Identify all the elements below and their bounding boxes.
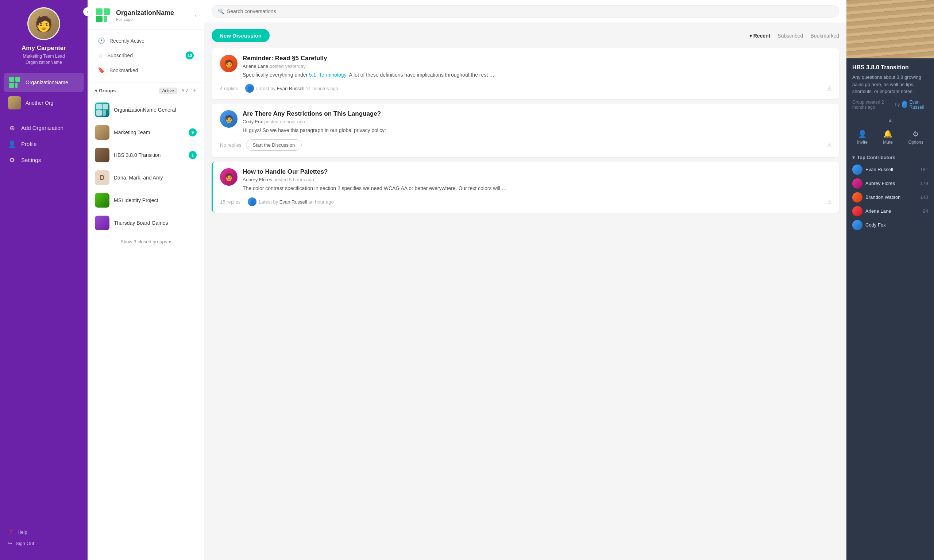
disc-link-1[interactable]: 5.1: Terminology bbox=[309, 72, 346, 78]
chevron-contributors-icon: ▾ bbox=[852, 155, 855, 160]
contributors-section: ▾ Top Contributors Evan Russell 181 Aubr… bbox=[846, 150, 934, 238]
mute-icon: 🔔 bbox=[883, 129, 892, 138]
group-image bbox=[846, 0, 934, 58]
group-item-thursday[interactable]: Thursday Board Games bbox=[91, 212, 201, 234]
nav-bookmarked[interactable]: 🔖 Bookmarked bbox=[94, 63, 198, 77]
left-sidebar: ‹ 🧑 Amy Carpenter Marketing Team Lead Or… bbox=[0, 0, 88, 560]
disc-excerpt-2: Hi guys! So we have this paragraph in ou… bbox=[243, 126, 832, 134]
mute-action[interactable]: 🔔 Mute bbox=[883, 129, 893, 145]
search-input[interactable] bbox=[227, 8, 833, 14]
nav-links: 🕐 Recently Active ☆ Subscribed 10 🔖 Book… bbox=[88, 29, 204, 82]
invite-action[interactable]: 👤 Invite bbox=[857, 129, 868, 145]
left-nav: ⊕ Add Organization 👤 Profile ⚙ Settings bbox=[0, 117, 88, 169]
group-name-dana: Dana, Mark, and Amy bbox=[114, 175, 163, 181]
group-created: Group created 2 months ago by Evan Russe… bbox=[852, 100, 928, 110]
contrib-avatar-1 bbox=[852, 178, 863, 189]
nav-recently-active[interactable]: 🕐 Recently Active bbox=[94, 34, 198, 48]
org-item-org1[interactable]: OrganizationName bbox=[4, 73, 84, 92]
disc-latest-3: 👤 Latest by Evan Russell an hour ago bbox=[248, 197, 334, 206]
disc-latest-text-1: Latest by Evan Russell 11 minutes ago bbox=[256, 86, 338, 91]
invite-icon: 👤 bbox=[858, 129, 867, 138]
tab-subscribed[interactable]: Subscribed bbox=[777, 31, 803, 40]
org-item-org2[interactable]: Another Org bbox=[4, 93, 84, 112]
groups-header: ▾ Groups Active A-Z + bbox=[88, 82, 204, 97]
contrib-name-2: Brandon Watson bbox=[865, 194, 917, 200]
disc-latest-1: 👤 Latest by Evan Russell 11 minutes ago bbox=[245, 84, 338, 93]
contrib-avatar-4 bbox=[852, 220, 863, 230]
disc-body-1: Reminder: Read §5 Carefully Arlene Lane … bbox=[243, 55, 832, 79]
group-item-dana[interactable]: D Dana, Mark, and Amy bbox=[91, 167, 201, 189]
creator-name: Evan Russell bbox=[909, 100, 928, 110]
disc-reply-count-3: 15 replies bbox=[220, 199, 240, 205]
nav-subscribed[interactable]: ☆ Subscribed 10 bbox=[94, 48, 198, 63]
options-label: Options bbox=[908, 140, 923, 145]
footer-help[interactable]: ❓ Help bbox=[4, 526, 84, 538]
group-item-marketing[interactable]: Marketing Team 9 bbox=[91, 122, 201, 143]
group-info-title: HBS 3.8.0 Transition bbox=[852, 64, 928, 71]
discussion-card-3[interactable]: 🧑 How to Handle Our Palettes? Aubrey Flo… bbox=[212, 162, 839, 213]
discussion-card-1[interactable]: 🧑 Reminder: Read §5 Carefully Arlene Lan… bbox=[212, 48, 839, 99]
signout-icon: ↪ bbox=[8, 541, 12, 546]
help-icon: ❓ bbox=[8, 529, 14, 535]
org1-name: OrganizationName bbox=[26, 80, 68, 85]
marketing-badge: 9 bbox=[189, 128, 197, 137]
contrib-count-1: 179 bbox=[920, 181, 928, 186]
disc-author-3: Aubrey Flores bbox=[243, 177, 272, 182]
search-box[interactable]: 🔍 bbox=[212, 5, 839, 17]
group-name-thursday: Thursday Board Games bbox=[114, 220, 168, 226]
group-item-msi[interactable]: MSI Identity Project bbox=[91, 189, 201, 211]
groups-label: ▾ Groups bbox=[95, 88, 115, 93]
contributor-row-4: Cody Fox bbox=[852, 220, 928, 230]
nav-add-organization[interactable]: ⊕ Add Organization bbox=[4, 120, 84, 136]
group-info-desc: Any questions about 3.8 growing pains go… bbox=[852, 74, 928, 95]
disc-time-1: posted yesterday bbox=[269, 63, 306, 69]
nav-profile[interactable]: 👤 Profile bbox=[4, 137, 84, 152]
show-closed-groups-button[interactable]: Show 3 closed groups ▾ bbox=[91, 235, 201, 249]
footer-signout[interactable]: ↪ Sign Out bbox=[4, 538, 84, 549]
collapse-middle-button[interactable]: ‹ bbox=[195, 12, 197, 18]
org-header: OrganizationName Full Logo ‹ bbox=[88, 0, 204, 29]
right-panel: HBS 3.8.0 Transition Any questions about… bbox=[846, 0, 934, 560]
collapse-group-panel-button[interactable]: ▲ bbox=[846, 115, 934, 125]
contributor-row-3: Arlene Lane 94 bbox=[852, 206, 928, 216]
disc-body-2: Are There Any Restrictions on This Langu… bbox=[243, 110, 832, 134]
contributor-row-2: Brandon Watson 140 bbox=[852, 192, 928, 203]
left-footer: ❓ Help ↪ Sign Out bbox=[0, 523, 88, 553]
contributors-header[interactable]: ▾ Top Contributors bbox=[852, 155, 928, 160]
filter-active-button[interactable]: Active bbox=[159, 88, 177, 94]
alert-icon-3[interactable]: ⚠ bbox=[827, 198, 832, 205]
disc-latest-avatar-1: 👤 bbox=[245, 84, 254, 93]
nav-settings[interactable]: ⚙ Settings bbox=[4, 152, 84, 168]
disc-author-2: Cody Fox bbox=[243, 119, 263, 125]
alert-icon-1[interactable]: ⚠ bbox=[827, 85, 832, 92]
discussion-card-2[interactable]: 🧑 Are There Any Restrictions on This Lan… bbox=[212, 104, 839, 157]
disc-top-3: 🧑 How to Handle Our Palettes? Aubrey Flo… bbox=[220, 168, 832, 192]
content-header: 🔍 bbox=[204, 0, 846, 23]
tab-bookmarked[interactable]: Bookmarked bbox=[810, 31, 839, 40]
new-discussion-button[interactable]: New Discussion bbox=[212, 29, 269, 42]
bookmarked-icon: 🔖 bbox=[98, 67, 105, 74]
collapse-sidebar-button[interactable]: ‹ bbox=[83, 7, 92, 16]
contrib-avatar-2 bbox=[852, 192, 863, 203]
alert-icon-2[interactable]: ⚠ bbox=[827, 142, 832, 148]
contrib-count-3: 94 bbox=[923, 208, 928, 214]
subscribed-badge: 10 bbox=[186, 51, 194, 60]
disc-tabs: ▾ Recent Subscribed Bookmarked bbox=[749, 31, 839, 40]
tab-recent[interactable]: ▾ Recent bbox=[749, 33, 771, 38]
settings-label: Settings bbox=[21, 157, 41, 163]
options-icon: ⚙ bbox=[912, 129, 919, 138]
settings-icon: ⚙ bbox=[8, 156, 16, 164]
add-org-label: Add Organization bbox=[21, 125, 63, 131]
recently-active-icon: 🕐 bbox=[98, 37, 105, 44]
start-discussion-button[interactable]: Start the Discussion bbox=[246, 139, 302, 151]
disc-meta-1: Arlene Lane posted yesterday bbox=[243, 63, 832, 69]
filter-az-button[interactable]: A-Z bbox=[178, 88, 191, 94]
user-role: Marketing Team Lead OrganizationName bbox=[23, 53, 65, 66]
user-name: Amy Carpenter bbox=[22, 45, 66, 52]
options-action[interactable]: ⚙ Options bbox=[908, 129, 923, 145]
group-item-hbs[interactable]: HBS 3.8.0 Transition 1 bbox=[91, 144, 201, 166]
contrib-count-0: 181 bbox=[920, 167, 928, 172]
add-group-button[interactable]: + bbox=[192, 87, 197, 94]
disc-avatar-1: 🧑 bbox=[220, 55, 237, 72]
group-item-org-general[interactable]: OrganizationName General bbox=[91, 99, 201, 121]
